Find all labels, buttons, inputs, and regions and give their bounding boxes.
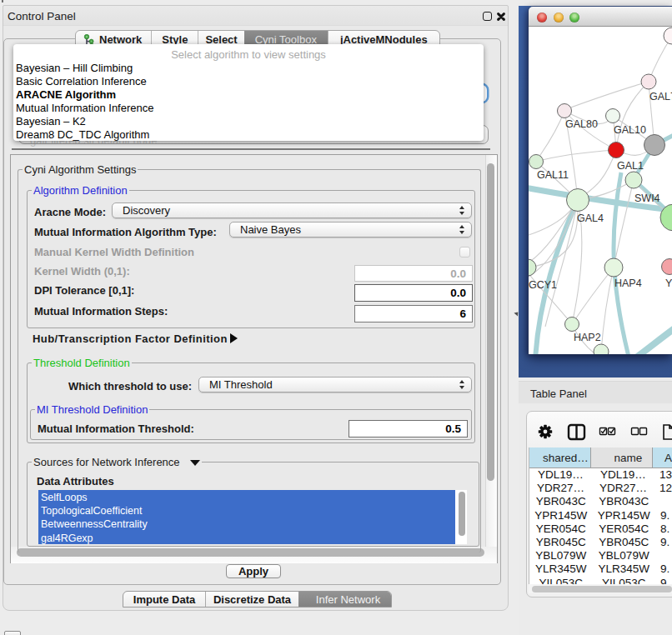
svg-text:HAP2: HAP2 — [574, 332, 601, 343]
svg-text:GAL11: GAL11 — [537, 169, 569, 181]
svg-text:GAL1: GAL1 — [617, 160, 644, 172]
svg-text:GAL10: GAL10 — [614, 124, 646, 136]
svg-text:YL: YL — [665, 278, 672, 289]
svg-text:SWI4: SWI4 — [634, 192, 660, 204]
svg-text:GAL7: GAL7 — [649, 91, 672, 102]
svg-text:GAL80: GAL80 — [565, 118, 598, 130]
svg-text:GAL4: GAL4 — [577, 212, 604, 224]
svg-text:HAP4: HAP4 — [614, 278, 642, 289]
svg-text:GCY1: GCY1 — [529, 279, 557, 291]
